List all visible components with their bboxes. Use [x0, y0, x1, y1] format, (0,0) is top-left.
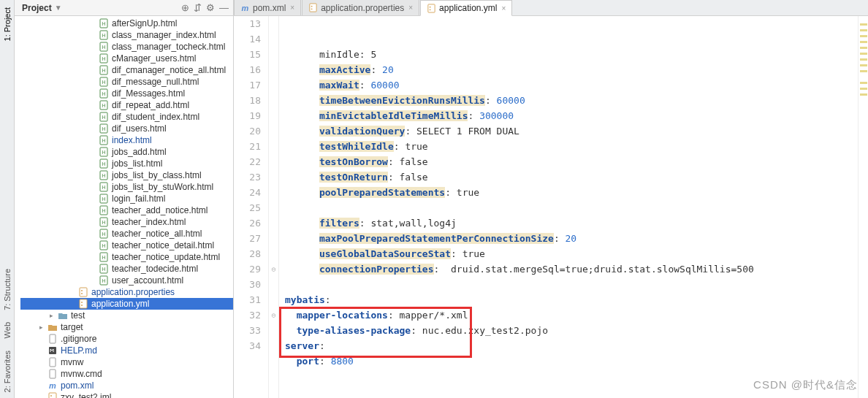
html-icon: H — [99, 158, 109, 169]
tree-item-label: teacher_notice_detail.html — [112, 240, 214, 251]
tree-item-label: class_manager_tocheck.html — [112, 41, 225, 53]
tree-row[interactable]: Hdif_cmanager_notice_all.html — [20, 64, 233, 76]
tree-item-label: class_manager_index.html — [112, 29, 216, 41]
html-icon: H — [99, 217, 109, 227]
tree-item-label: teacher_index.html — [112, 216, 186, 228]
html-icon: H — [99, 123, 109, 134]
tree-row[interactable]: HELP.md — [20, 345, 233, 356]
tree-row[interactable]: Hindex.html — [20, 134, 233, 146]
svg-text:H: H — [102, 208, 105, 213]
tree-row[interactable]: Hjobs_add.html — [20, 146, 233, 158]
html-icon: H — [99, 42, 109, 52]
close-icon[interactable]: × — [290, 4, 294, 12]
svg-text:H: H — [102, 278, 105, 283]
html-icon: H — [99, 112, 109, 122]
tree-row[interactable]: mvnw.cmd — [20, 368, 233, 380]
chevron-down-icon[interactable]: ▼ — [55, 4, 62, 12]
tree-row[interactable]: Hteacher_notice_update.html — [20, 251, 233, 263]
tree-row[interactable]: Hjobs_list.html — [20, 158, 233, 169]
tree-row[interactable]: Hdif_student_index.html — [20, 111, 233, 123]
svg-text:H: H — [102, 231, 105, 237]
svg-rect-66 — [428, 4, 435, 12]
tree-row[interactable]: application.yml — [20, 298, 233, 310]
tree-row[interactable]: Hlogin_fail.html — [20, 193, 233, 204]
tree-row[interactable]: Hdif_users.html — [20, 123, 233, 134]
tree-row[interactable]: mvnw — [20, 356, 233, 368]
svg-text:H: H — [102, 173, 105, 178]
editor-tab[interactable]: mpom.xml× — [234, 0, 301, 15]
svg-point-65 — [311, 8, 313, 9]
code-content[interactable]: minIdle: 5 maxActive: 20 maxWait: 60000 … — [279, 16, 858, 398]
tree-row[interactable]: Hteacher_index.html — [20, 216, 233, 228]
collapse-all-icon[interactable]: ⇵ — [194, 2, 202, 13]
html-icon: H — [99, 229, 109, 239]
project-panel-header: Project ▼ ⊕ ⇵ ⚙ — — [15, 0, 233, 16]
close-icon[interactable]: × — [408, 4, 413, 12]
tree-row[interactable]: Hjobs_list_by_stuWork.html — [20, 181, 233, 193]
tree-row[interactable]: zxy_test2.iml — [20, 391, 233, 398]
tree-item-label: test — [71, 310, 85, 321]
html-icon: H — [99, 275, 109, 286]
overview-ruler[interactable] — [858, 16, 868, 398]
html-icon: H — [99, 53, 109, 64]
tree-row[interactable]: application.properties — [20, 286, 233, 298]
html-icon: H — [99, 18, 109, 28]
tree-row[interactable]: Hjobs_list_by_class.html — [20, 169, 233, 181]
tree-item-label: teacher_notice_all.html — [112, 228, 202, 240]
tree-item-label: jobs_list.html — [112, 158, 162, 169]
fold-column[interactable]: ⊖⊖ — [269, 16, 279, 398]
tree-row[interactable]: Hteacher_todecide.html — [20, 263, 233, 275]
svg-point-67 — [430, 6, 431, 7]
tree-row[interactable]: Hteacher_add_notice.html — [20, 204, 233, 216]
tree-row[interactable]: Hdif_repeat_add.html — [20, 99, 233, 111]
svg-text:H: H — [102, 115, 105, 120]
html-icon: H — [99, 65, 109, 75]
tree-row[interactable]: mpom.xml — [20, 380, 233, 391]
hide-icon[interactable]: — — [219, 2, 229, 13]
project-tree[interactable]: HafterSignUp.htmlHclass_manager_index.ht… — [15, 16, 233, 398]
svg-point-48 — [81, 290, 83, 291]
tree-row[interactable]: HcManager_users.html — [20, 53, 233, 64]
side-tab-project[interactable]: 1: Project — [3, 7, 12, 41]
svg-rect-53 — [50, 334, 56, 343]
tree-row[interactable]: Hteacher_notice_detail.html — [20, 240, 233, 251]
tree-row[interactable]: Hteacher_notice_all.html — [20, 228, 233, 240]
tree-row[interactable]: ▸target — [20, 321, 233, 333]
close-icon[interactable]: × — [501, 4, 506, 12]
tree-item-label: dif_users.html — [112, 123, 167, 134]
html-icon: H — [99, 194, 109, 204]
tree-item-label: pom.xml — [61, 380, 94, 391]
folder-icon — [58, 310, 68, 321]
svg-text:H: H — [102, 45, 105, 50]
tree-row[interactable]: Hdif_message_null.html — [20, 76, 233, 88]
tree-row[interactable]: HafterSignUp.html — [20, 18, 233, 29]
editor-tab[interactable]: application.yml× — [420, 0, 512, 16]
svg-point-52 — [81, 305, 83, 306]
tree-row[interactable]: Hdif_Messages.html — [20, 88, 233, 99]
settings-icon[interactable]: ⚙ — [206, 2, 215, 13]
html-icon: H — [99, 88, 109, 99]
tree-item-label: user_account.html — [112, 275, 183, 286]
tree-row[interactable]: .gitignore — [20, 333, 233, 345]
project-panel: Project ▼ ⊕ ⇵ ⚙ — HafterSignUp.htmlHclas… — [15, 0, 234, 398]
tree-row[interactable]: Hclass_manager_tocheck.html — [20, 41, 233, 53]
tab-label: pom.xml — [253, 3, 286, 13]
tab-label: application.yml — [439, 3, 497, 13]
scroll-from-source-icon[interactable]: ⊕ — [181, 2, 189, 13]
editor-tabbar: mpom.xml×application.properties×applicat… — [234, 0, 868, 16]
svg-rect-56 — [50, 370, 56, 378]
tree-item-label: jobs_add.html — [112, 146, 167, 158]
side-tab-structure[interactable]: 7: Structure — [3, 269, 12, 310]
tree-item-label: dif_cmanager_notice_all.html — [112, 64, 226, 76]
html-icon: H — [99, 30, 109, 40]
line-gutter: 1314151617181920212223242526272829303132… — [234, 16, 269, 398]
svg-rect-55 — [50, 358, 56, 367]
side-tab-favorites[interactable]: 2: Favorites — [3, 351, 12, 392]
side-tab-web[interactable]: Web — [3, 322, 12, 338]
svg-text:H: H — [102, 126, 105, 131]
tree-row[interactable]: Huser_account.html — [20, 275, 233, 286]
tree-row[interactable]: ▸test — [20, 310, 233, 321]
editor-tab[interactable]: application.properties× — [302, 0, 419, 15]
tree-row[interactable]: Hclass_manager_index.html — [20, 29, 233, 41]
tree-item-label: index.html — [112, 134, 152, 146]
